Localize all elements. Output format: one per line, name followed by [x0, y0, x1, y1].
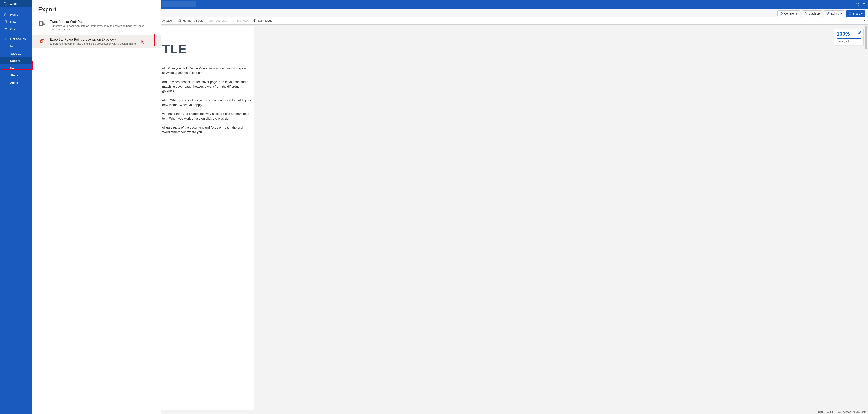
nav-addins[interactable]: Get Add-ins [0, 35, 32, 42]
nav-info[interactable]: Info [0, 42, 32, 50]
nav-saveas[interactable]: Save as [0, 50, 32, 57]
comments-label: Comments [784, 12, 798, 15]
catchup-button[interactable]: Catch up [802, 10, 822, 17]
pencil-icon [827, 12, 830, 15]
feedback-link[interactable]: Give Feedback to Microsoft [836, 411, 866, 413]
zoom-in-button[interactable]: + [814, 411, 815, 413]
nav-info-label: Info [10, 44, 15, 48]
svg-rect-9 [5, 38, 6, 39]
nav-about-label: About [10, 81, 18, 84]
chevron-down-icon: ▾ [840, 12, 842, 15]
doc-paragraph: ollapse parts of the document and focus … [162, 125, 252, 135]
nav-home-label: Home [10, 13, 18, 16]
nav-home[interactable]: Home [0, 11, 32, 18]
catchup-label: Catch up [809, 12, 820, 15]
navigation-button[interactable]: avigation [162, 19, 174, 22]
fit-icon[interactable]: Fit [827, 411, 833, 413]
editor-score-bar [837, 38, 861, 39]
comment-icon [780, 12, 783, 15]
export-webpage-desc: Transform your document into an interact… [50, 24, 149, 31]
share-label: Share [853, 12, 860, 15]
dark-mode-icon [253, 19, 257, 23]
doc-paragraph: nt. When you click Online Video, you can… [162, 66, 252, 75]
header-footer-button[interactable]: Header & Footer [178, 19, 205, 23]
footnote-icon: ab¹ [209, 19, 213, 23]
document-page[interactable]: TLE nt. When you click Online Video, you… [161, 26, 254, 410]
nav-open[interactable]: Open [0, 25, 32, 33]
share-external-icon[interactable] [862, 3, 866, 6]
powerpoint-icon: P [38, 38, 46, 45]
nav-addins-label: Get Add-ins [10, 37, 26, 41]
export-ppt-title: Export to PowerPoint presentation (previ… [50, 38, 136, 41]
svg-point-0 [857, 4, 858, 5]
dark-mode-button[interactable]: Dark Mode [253, 19, 273, 23]
ribbon-expand-chevron-icon[interactable]: ▾ [864, 19, 865, 23]
doc-paragraph: ated. When you click Design and choose a… [162, 98, 252, 107]
nav-print-label: Print [10, 66, 17, 70]
endnote-icon [231, 19, 235, 23]
editor-score-card[interactable]: 100% Looks good! [834, 29, 864, 45]
vertical-scrollbar[interactable] [865, 25, 868, 410]
share-button[interactable]: Share ▾ [846, 10, 865, 17]
export-title: Export [38, 6, 155, 13]
svg-rect-8 [5, 21, 6, 23]
comments-button[interactable]: Comments [777, 10, 800, 17]
export-option-powerpoint[interactable]: P Export to PowerPoint presentation (pre… [32, 35, 161, 48]
close-backstage-button[interactable]: Close [0, 0, 32, 7]
gear-icon[interactable] [856, 3, 859, 6]
webpage-icon [38, 20, 46, 28]
svg-rect-4 [232, 20, 234, 22]
back-arrow-icon [4, 2, 7, 5]
nav-new-label: New [10, 20, 16, 24]
nav-about[interactable]: About [0, 79, 32, 86]
share-icon [848, 12, 851, 15]
doc-paragraph: you need them. To change the way a pictu… [162, 112, 252, 121]
svg-rect-12 [6, 39, 7, 40]
addins-icon [4, 37, 7, 41]
svg-text:P: P [40, 41, 42, 43]
document-title-fragment: TLE [162, 40, 252, 58]
editor-pen-icon [858, 31, 862, 35]
navigation-label: avigation [162, 19, 174, 22]
export-panel: Export Transform to Web Page Transform y… [32, 0, 161, 414]
nav-saveas-label: Save as [10, 52, 21, 55]
footnotes-label: Footnotes [214, 19, 227, 22]
nav-export-label: Export [10, 59, 20, 62]
footnotes-button[interactable]: ab¹ Footnotes [209, 19, 227, 23]
zoom-out-button[interactable]: − [789, 411, 790, 413]
export-webpage-title: Transform to Web Page [50, 20, 149, 24]
nav-share-label: Share [10, 74, 18, 77]
zoom-level[interactable]: 120% [818, 411, 824, 413]
search-box[interactable] [162, 1, 196, 7]
nav-share[interactable]: Share [0, 72, 32, 79]
export-ppt-desc: Export your document into a multi-slide … [50, 42, 136, 45]
editor-score-label: Looks good! [837, 40, 861, 43]
document-area: TLE nt. When you click Online Video, you… [161, 25, 868, 410]
svg-rect-11 [5, 39, 6, 40]
doc-paragraph: ord provides header, footer, cover page,… [162, 79, 252, 94]
header-footer-label: Header & Footer [183, 19, 205, 22]
svg-rect-18 [827, 411, 829, 413]
home-icon [4, 13, 7, 17]
export-option-webpage[interactable]: Transform to Web Page Transform your doc… [38, 17, 155, 35]
nav-new[interactable]: New [0, 18, 32, 25]
close-label: Close [10, 2, 17, 5]
endnotes-label: Endnotes [236, 19, 249, 22]
nav-export[interactable]: Export [0, 57, 32, 64]
activity-icon [804, 12, 807, 15]
svg-rect-10 [6, 38, 7, 39]
zoom-slider[interactable] [793, 412, 811, 412]
editing-button[interactable]: Editing ▾ [824, 10, 844, 17]
scrollbar-thumb[interactable] [865, 26, 867, 50]
nav-open-label: Open [10, 27, 18, 31]
nav-print[interactable]: Print [0, 64, 32, 72]
folder-open-icon [4, 27, 7, 31]
page-icon [178, 19, 181, 23]
endnotes-button[interactable]: Endnotes [231, 19, 249, 23]
new-icon [4, 20, 7, 24]
zoom-slider-thumb[interactable] [799, 411, 799, 413]
fit-label: Fit [830, 411, 833, 413]
editing-label: Editing [831, 12, 839, 15]
backstage-nav: Close Home New Open Get Add-ins Info Sav… [0, 0, 32, 414]
dark-mode-label: Dark Mode [258, 19, 273, 22]
